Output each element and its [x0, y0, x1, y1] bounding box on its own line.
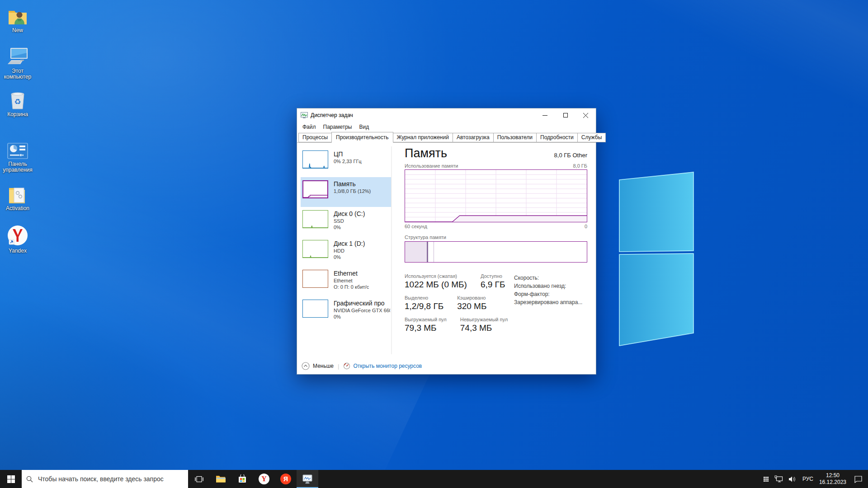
- language-indicator[interactable]: РУС: [802, 476, 814, 482]
- yandex-browser-button[interactable]: Y: [253, 470, 275, 488]
- activation-folder-icon: [0, 183, 35, 204]
- tab-processes[interactable]: Процессы: [298, 133, 332, 142]
- menu-file[interactable]: Файл: [299, 123, 320, 131]
- task-manager-window: Диспетчер задач Файл Параметры Вид Проце…: [297, 108, 596, 375]
- memory-usage-chart: [405, 169, 587, 222]
- sidebar-item-disk1[interactable]: Диск 1 (D:) HDD 0%: [301, 237, 392, 267]
- memory-capacity: 8,0 ГБ Other: [554, 152, 587, 160]
- microsoft-store-button[interactable]: [231, 470, 253, 488]
- tab-performance[interactable]: Производительность: [331, 132, 393, 143]
- network-icon[interactable]: [774, 475, 783, 483]
- chart-now-label: 0: [585, 224, 587, 229]
- this-pc-icon: [0, 46, 35, 67]
- stat-non-paged-pool: Невыгружаемый пул 74,3 МБ: [460, 317, 508, 333]
- tab-services[interactable]: Службы: [577, 133, 606, 142]
- tab-strip: Процессы Производительность Журнал прило…: [297, 131, 596, 143]
- window-footer: Меньше | Открыть монитор ресурсов: [297, 358, 596, 374]
- sidebar-item-memory[interactable]: Память 1,0/8,0 ГБ (12%): [301, 177, 392, 207]
- microsoft-store-icon: [238, 474, 247, 483]
- desktop-icon-this-pc[interactable]: Этот компьютер: [0, 46, 35, 80]
- task-view-button[interactable]: [188, 470, 210, 488]
- taskbar-empty-area: [318, 470, 763, 488]
- task-manager-taskbar-button[interactable]: [297, 470, 318, 488]
- svg-text:♻: ♻: [14, 97, 21, 106]
- sidebar-item-cpu[interactable]: ЦП 0% 2,33 ГГц: [301, 147, 392, 177]
- memory-stats: Используется (сжатая) 1022 МБ (0 МБ) Дос…: [405, 273, 514, 338]
- stat-paged-pool: Выгружаемый пул 79,3 МБ: [405, 317, 447, 333]
- footer-separator: |: [338, 363, 339, 370]
- file-explorer-button[interactable]: [210, 470, 231, 488]
- memory-usage-chart-svg: [405, 170, 587, 222]
- gpu-mini-chart: [302, 300, 328, 318]
- taskbar: Y Я: [0, 470, 868, 488]
- usage-chart-label: Использование памяти: [405, 163, 458, 169]
- minimize-button[interactable]: [535, 108, 555, 122]
- window-title: Диспетчер задач: [311, 112, 535, 118]
- desktop-icon-recycle-bin[interactable]: ♻ Корзина: [0, 89, 35, 117]
- yandex-search-icon: Я: [280, 474, 291, 484]
- stat-cached: Кэшировано 320 МБ: [457, 295, 486, 312]
- panel-title: Память: [405, 146, 554, 160]
- recycle-bin-icon: ♻: [0, 89, 35, 110]
- window-titlebar[interactable]: Диспетчер задач: [297, 108, 596, 122]
- action-center-icon[interactable]: [854, 475, 863, 483]
- windows-logo-wallpaper: [618, 168, 695, 349]
- taskbar-search[interactable]: [22, 470, 188, 488]
- composition-segment-modified: [428, 242, 434, 262]
- tab-app-history[interactable]: Журнал приложений: [393, 133, 453, 142]
- clock[interactable]: 12:50 16.12.2023: [819, 472, 846, 486]
- yandex-browser-icon: Y: [259, 474, 269, 484]
- open-resource-monitor-link[interactable]: Открыть монитор ресурсов: [343, 362, 422, 370]
- task-view-icon: [195, 475, 203, 483]
- menu-bar: Файл Параметры Вид: [297, 122, 596, 131]
- sidebar-item-disk0[interactable]: Диск 0 (C:) SSD 0%: [301, 207, 392, 237]
- yandex-search-button[interactable]: Я: [275, 470, 297, 488]
- desktop-icon-control-panel[interactable]: Панель управления: [0, 139, 35, 173]
- start-button[interactable]: [0, 470, 22, 488]
- stat-available: Доступно 6,9 ГБ: [481, 273, 505, 290]
- memory-mini-chart: [302, 180, 328, 198]
- fewer-details-button[interactable]: Меньше: [302, 362, 334, 370]
- desktop-icon-yandex[interactable]: Yandex: [0, 226, 35, 254]
- resource-monitor-gauge-icon: [343, 362, 350, 370]
- memory-composition-bar: [405, 241, 587, 263]
- sidebar-item-ethernet[interactable]: Ethernet Ethernet О: 0 П: 0 кбит/с: [301, 267, 392, 296]
- clock-date: 16.12.2023: [819, 479, 846, 486]
- chevron-up-circle-icon: [302, 362, 310, 370]
- close-button[interactable]: [576, 108, 596, 122]
- desktop: New Этот компьютер ♻: [0, 0, 868, 488]
- stat-in-use: Используется (сжатая) 1022 МБ (0 МБ): [405, 273, 467, 290]
- tray-grid-icon[interactable]: [763, 476, 769, 483]
- usage-chart-max: 8,0 ГБ: [573, 163, 587, 169]
- clock-time: 12:50: [819, 472, 846, 479]
- file-explorer-icon: [216, 475, 226, 483]
- tab-startup[interactable]: Автозагрузка: [453, 133, 494, 142]
- user-folder-icon: [0, 5, 35, 26]
- memory-panel: Память 8,0 ГБ Other Использование памяти…: [405, 143, 587, 358]
- composition-segment-standby-free: [434, 242, 587, 262]
- memory-hardware-details: Скорость: Использовано гнезд: Форм-факто…: [514, 273, 582, 338]
- menu-view[interactable]: Вид: [355, 123, 373, 131]
- chart-timespan-label: 60 секунд: [405, 224, 427, 229]
- windows-start-icon: [7, 475, 15, 483]
- system-tray: РУС 12:50 16.12.2023: [763, 470, 868, 488]
- stat-committed: Выделено 1,2/9,8 ГБ: [405, 295, 443, 312]
- desktop-icon-new[interactable]: New: [0, 5, 35, 33]
- menu-options[interactable]: Параметры: [320, 123, 356, 131]
- ethernet-mini-chart: [302, 270, 328, 288]
- cpu-mini-chart: [302, 150, 328, 169]
- composition-segment-in-use: [405, 242, 428, 262]
- task-manager-app-icon: [301, 112, 308, 119]
- task-manager-icon: [302, 474, 313, 484]
- disk1-mini-chart: [302, 240, 328, 258]
- search-input[interactable]: [37, 475, 184, 483]
- maximize-button[interactable]: [555, 108, 576, 122]
- volume-icon[interactable]: [788, 476, 797, 483]
- desktop-icon-activation[interactable]: Activation: [0, 183, 35, 211]
- composition-label: Структура памяти: [405, 235, 446, 240]
- yandex-browser-icon: [0, 226, 35, 247]
- tab-users[interactable]: Пользователи: [493, 133, 537, 142]
- sidebar-item-gpu[interactable]: Графический про NVIDIA GeForce GTX 660 0…: [301, 296, 392, 326]
- control-panel-icon: [0, 139, 35, 160]
- tab-details[interactable]: Подробности: [536, 133, 578, 142]
